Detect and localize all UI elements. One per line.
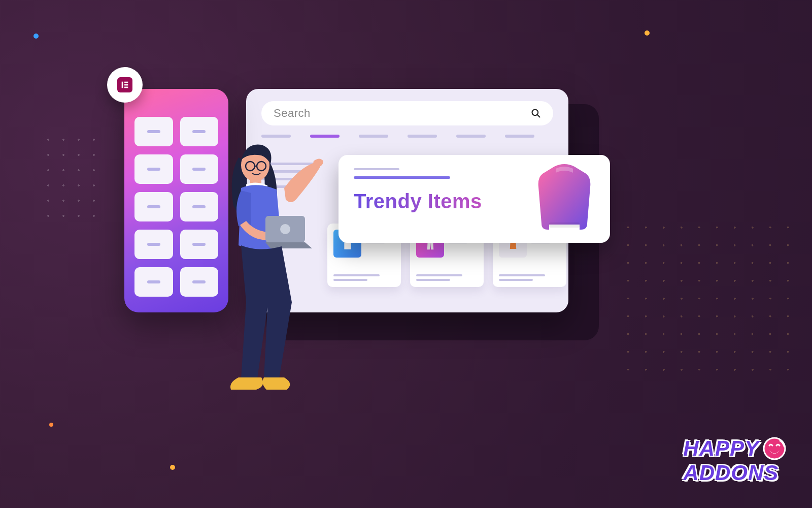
brand-logo: HAPPY ADDONS [683, 436, 787, 485]
svg-rect-6 [549, 223, 580, 228]
character-illustration [211, 140, 337, 409]
widget-tile[interactable] [134, 192, 173, 221]
widget-tile[interactable] [134, 154, 173, 184]
brand-text-line1: HAPPY [683, 436, 759, 461]
svg-rect-4 [124, 84, 128, 86]
illustration-stage: Search [0, 0, 812, 508]
tab-item[interactable] [261, 135, 291, 138]
tab-bar [261, 135, 534, 138]
dot-decoration [33, 34, 39, 39]
elementor-badge [107, 67, 143, 103]
dot-grid-decoration [41, 132, 101, 218]
tab-item[interactable] [310, 135, 340, 138]
search-placeholder: Search [274, 107, 311, 120]
tab-item[interactable] [408, 135, 437, 138]
widget-tile[interactable] [134, 267, 173, 297]
tab-item[interactable] [505, 135, 534, 138]
placeholder-line [354, 176, 450, 179]
brand-text-line2: ADDONS [683, 461, 779, 485]
elementor-icon [117, 77, 132, 92]
search-input[interactable]: Search [261, 101, 553, 125]
tab-item[interactable] [456, 135, 486, 138]
svg-line-1 [537, 115, 540, 117]
trendy-callout: Trendy Items [339, 155, 610, 243]
dot-decoration [170, 465, 175, 470]
happy-face-icon [762, 436, 787, 461]
widget-tile[interactable] [134, 230, 173, 259]
svg-rect-5 [124, 87, 128, 88]
tab-item[interactable] [359, 135, 388, 138]
placeholder-line [354, 168, 399, 170]
widget-tile[interactable] [134, 117, 173, 146]
svg-rect-2 [122, 82, 123, 88]
dot-grid-decoration [619, 218, 792, 371]
search-icon [531, 108, 541, 118]
svg-point-13 [280, 224, 290, 234]
sweater-icon [531, 163, 597, 234]
dot-decoration [645, 30, 650, 36]
svg-rect-3 [124, 82, 128, 83]
dot-decoration [49, 423, 53, 427]
